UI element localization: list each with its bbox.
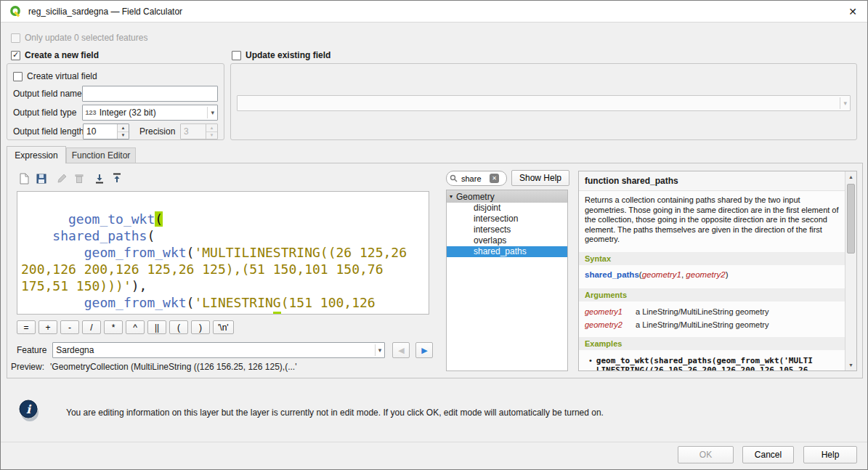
expression-editor[interactable]: geom_to_wkt( shared_paths( geom_from_wkt… [17,191,429,315]
operator-button[interactable]: / [82,320,101,334]
help-button[interactable]: Help [803,446,857,463]
search-icon [450,174,458,182]
export-icon [111,173,123,185]
output-field-length-label: Output field length [13,126,83,137]
next-feature-button[interactable]: ▶ [415,342,433,358]
argument-row: geometry1 a LineString/MultiLineString g… [585,305,839,318]
tab-function-editor[interactable]: Function Editor [66,147,136,163]
update-existing-field-label: Update existing field [246,50,330,60]
preview-row: Preview: 'GeometryCollection (MultiLineS… [11,362,296,372]
help-scrollbar[interactable]: ▲ ▼ [845,171,856,370]
operator-button[interactable]: + [38,320,57,334]
update-field-groupbox: ▾ [230,63,857,140]
ok-button[interactable]: OK [678,446,734,463]
function-tree-item-intersects[interactable]: intersects [447,224,567,235]
spin-up-icon: ▲ [206,124,217,132]
delete-expression-button [70,171,88,187]
help-arguments-header: Arguments [579,288,845,301]
code-segment: ( [155,211,163,227]
save-expression-button[interactable] [33,171,50,187]
function-search-box: ✕ [446,171,507,186]
operator-button[interactable]: || [147,320,166,334]
expression-code: geom_to_wkt( shared_paths( geom_from_wkt… [21,211,407,315]
feature-label: Feature [17,345,46,355]
help-syntax-header: Syntax [579,252,845,265]
tab-expression[interactable]: Expression [7,146,66,163]
scrollbar-thumb[interactable] [847,184,855,254]
function-tree-group-geometry[interactable]: ▾ Geometry [447,190,567,203]
operator-button[interactable]: ) [191,320,210,334]
argument-description: a LineString/MultiLineString geometry [636,307,768,316]
operator-button[interactable]: - [60,320,79,334]
create-new-field-checkbox[interactable]: ✓ [11,51,20,60]
help-button-label: Help [822,450,840,460]
field-calculator-dialog: reg_sicilia_sardegna — Field Calculator … [0,0,868,470]
code-segment: geom_from_wkt [84,245,187,260]
function-tree-item-disjoint[interactable]: disjoint [447,203,567,214]
output-field-name-input[interactable] [82,86,218,102]
cancel-button-label: Cancel [755,450,782,460]
function-search-input[interactable] [460,174,487,184]
spin-down-icon[interactable]: ▼ [118,132,129,139]
code-segment [21,228,52,243]
previous-feature-button: ◀ [392,342,410,358]
operator-bar: =+-/*^||()'\n' [17,320,234,334]
function-tree-item-intersection[interactable]: intersection [447,214,567,224]
cancel-button[interactable]: Cancel [742,446,794,463]
create-virtual-field-checkbox[interactable] [13,72,23,81]
dialog-body: Only update 0 selected features ✓ Create… [1,23,867,469]
preview-label: Preview: [11,362,44,372]
close-icon[interactable]: ✕ [847,6,859,17]
argument-name: geometry1 [585,307,627,316]
precision-label: Precision [139,126,174,137]
footer-separator [1,442,867,442]
next-arrow-icon: ▶ [421,346,427,355]
only-update-selected-label: Only update 0 selected features [25,33,147,43]
operator-button[interactable]: ( [169,320,188,334]
code-segment: geom_to_wkt [68,211,155,227]
output-field-length-spin[interactable]: 10 ▲ ▼ [83,123,129,139]
import-expression-button[interactable] [91,171,108,187]
prev-arrow-icon: ◀ [398,346,404,355]
feature-value: Sardegna [56,345,94,355]
operator-button[interactable]: = [17,320,36,334]
info-icon: i [18,399,44,425]
ok-button-label: OK [699,450,712,460]
function-help-panel: function shared_paths Returns a collecti… [578,171,857,371]
chevron-down-icon: ▾ [375,344,382,356]
argument-description: a LineString/MultiLineString geometry [636,320,768,329]
operator-button[interactable]: ^ [126,320,145,334]
help-examples-header: Examples [579,337,845,350]
clear-search-icon[interactable]: ✕ [490,174,499,183]
example-code: geom_to_wkt(shared_paths(geom_from_wkt('… [596,356,813,371]
help-description: Returns a collection containing paths sh… [579,191,845,248]
function-tree-item-overlaps[interactable]: overlaps [447,235,567,246]
create-virtual-field-label: Create virtual field [27,71,97,81]
edit-mode-notice: You are editing information on this laye… [66,408,778,418]
scroll-down-icon[interactable]: ▼ [845,360,856,370]
update-existing-field-checkbox[interactable] [232,51,241,60]
create-new-field-label: Create a new field [25,50,99,60]
help-syntax-line: shared_paths(geometry1, geometry2) [579,265,845,284]
operator-button[interactable]: '\n' [213,320,234,334]
argument-name: geometry2 [585,320,627,329]
output-field-type-combo[interactable]: 123 Integer (32 bit) ▾ [82,105,218,121]
new-expression-button[interactable] [15,171,33,187]
check-icon: ✓ [12,51,19,59]
export-expression-button[interactable] [108,171,126,187]
help-example: • geom_to_wkt(shared_paths(geom_from_wkt… [579,350,845,371]
chevron-down-icon: ▾ [840,97,847,109]
spin-down-icon: ▼ [206,132,217,139]
show-help-button[interactable]: Show Help [511,170,569,186]
operator-button[interactable]: * [104,320,123,334]
only-update-selected-checkbox [11,33,20,43]
feature-combo[interactable]: Sardegna ▾ [52,342,385,358]
code-segment: geom_from_wkt [84,295,187,310]
spin-up-icon[interactable]: ▲ [118,124,129,132]
edit-expression-button [53,171,70,187]
scroll-up-icon[interactable]: ▲ [845,171,856,182]
update-existing-field-row: Update existing field [232,49,330,61]
precision-spin: 3 ▲ ▼ [180,123,218,139]
import-icon [94,173,105,185]
function-tree-item-shared_paths[interactable]: shared_paths [447,246,567,257]
